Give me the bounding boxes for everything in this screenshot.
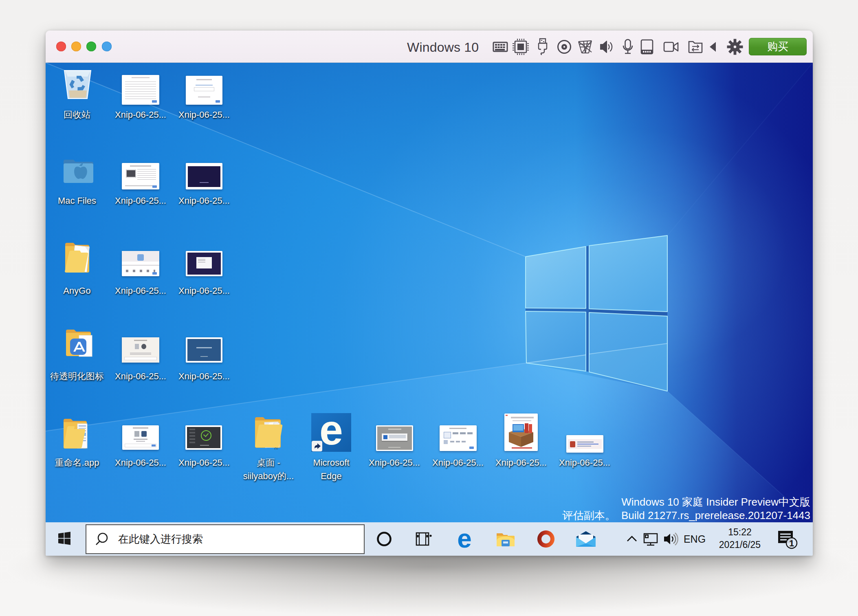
- svg-text:1: 1: [789, 538, 794, 548]
